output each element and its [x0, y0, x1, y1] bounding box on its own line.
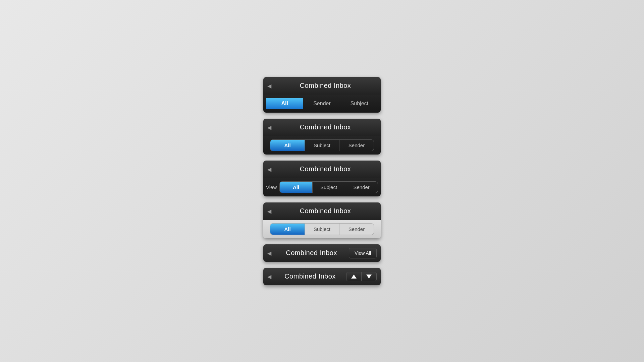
tab-all-2[interactable]: All	[270, 140, 305, 151]
widget-2-btn-group: All Subject Sender	[270, 139, 374, 151]
widget-2: Combined Inbox All Subject Sender	[263, 119, 381, 155]
scroll-down-button-6[interactable]	[361, 272, 376, 281]
view-all-button-5[interactable]: View All	[349, 248, 377, 258]
widget-3-header: Combined Inbox	[263, 161, 381, 178]
view-label-3: View	[266, 184, 277, 190]
back-button-5[interactable]	[267, 249, 271, 257]
back-button-2[interactable]	[267, 123, 271, 131]
widgets-container: Combined Inbox All Sender Subject Combin…	[263, 77, 381, 285]
widget-3-title: Combined Inbox	[274, 165, 377, 173]
back-button-1[interactable]	[267, 82, 271, 89]
widget-3: Combined Inbox View All Subject Sender	[263, 161, 381, 196]
tab-sender-4[interactable]: Sender	[339, 224, 374, 235]
back-button-3[interactable]	[267, 165, 271, 173]
widget-2-title: Combined Inbox	[274, 123, 377, 131]
widget-5-title: Combined Inbox	[274, 249, 349, 257]
tab-all-4[interactable]: All	[270, 224, 305, 235]
tab-all-1[interactable]: All	[266, 98, 303, 109]
widget-1-header: Combined Inbox	[263, 77, 381, 95]
tab-all-3[interactable]: All	[280, 182, 312, 193]
up-arrow-icon	[351, 275, 357, 279]
tab-subject-4[interactable]: Subject	[305, 224, 339, 235]
widget-6-title: Combined Inbox	[274, 273, 346, 280]
tab-subject-1[interactable]: Subject	[341, 98, 378, 109]
widget-4: Combined Inbox All Subject Sender	[263, 202, 381, 238]
scroll-up-button-6[interactable]	[346, 272, 361, 281]
widget-4-title: Combined Inbox	[274, 207, 377, 215]
widget-5-header: Combined Inbox View All	[263, 244, 381, 262]
widget-6: Combined Inbox	[263, 268, 381, 285]
widget-1-toolbar: All Sender Subject	[263, 95, 381, 113]
widget-3-toolbar: View All Subject Sender	[263, 178, 381, 196]
widget-6-header: Combined Inbox	[263, 268, 381, 285]
tab-sender-3[interactable]: Sender	[345, 182, 378, 193]
back-button-4[interactable]	[267, 207, 271, 215]
tab-subject-2[interactable]: Subject	[305, 140, 339, 151]
widget-3-btn-group: All Subject Sender	[279, 181, 378, 193]
tab-subject-3[interactable]: Subject	[312, 182, 345, 193]
widget-2-toolbar: All Subject Sender	[263, 136, 381, 155]
tab-sender-2[interactable]: Sender	[339, 140, 374, 151]
widget-4-btn-group: All Subject Sender	[270, 223, 374, 235]
widget-5: Combined Inbox View All	[263, 244, 381, 262]
widget-4-header: Combined Inbox	[263, 202, 381, 220]
widget-4-toolbar: All Subject Sender	[263, 220, 381, 238]
widget-6-arrow-group	[346, 272, 377, 281]
back-button-6[interactable]	[267, 273, 271, 280]
tab-sender-1[interactable]: Sender	[303, 98, 340, 109]
widget-1: Combined Inbox All Sender Subject	[263, 77, 381, 113]
down-arrow-icon	[366, 275, 372, 279]
widget-1-title: Combined Inbox	[274, 82, 377, 89]
widget-2-header: Combined Inbox	[263, 119, 381, 136]
